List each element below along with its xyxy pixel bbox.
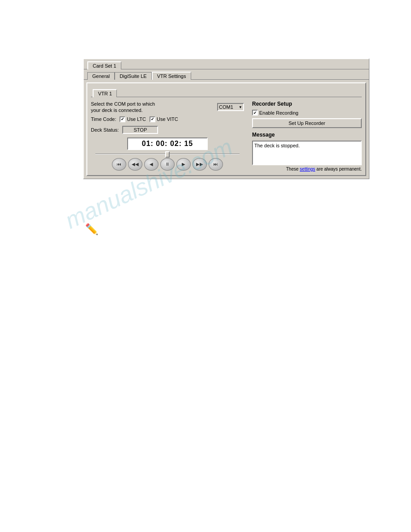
- tab-vtr-settings[interactable]: VTR Settings: [152, 72, 191, 80]
- hand-pen-icon: ✏️: [85, 223, 98, 236]
- card-set-tab-bar: Card Set 1: [84, 59, 369, 69]
- use-vitc-label: Use VITC: [157, 116, 178, 122]
- recorder-setup-title: Recorder Setup: [252, 101, 362, 107]
- com-port-label-line1: Select the COM port to which: [91, 101, 217, 107]
- vtr-tab-row: VTR 1: [91, 87, 362, 97]
- permanent-note: These settings are always permanent.: [252, 167, 362, 172]
- enable-recording-item: ✔ Enable Recording: [252, 110, 362, 116]
- com-port-label: Select the COM port to which your deck i…: [91, 101, 217, 114]
- message-title: Message: [252, 132, 362, 138]
- panel-body: Select the COM port to which your deck i…: [91, 101, 362, 172]
- card-set-tab[interactable]: Card Set 1: [87, 61, 121, 69]
- transport-controls: ⏮ ◀◀ ◀ ⏸ ▶ ▶▶ ⏭: [91, 158, 244, 171]
- forward-to-end-button[interactable]: ⏭: [209, 158, 223, 171]
- main-tabs-row: General DigiSuite LE VTR Settings: [84, 69, 369, 80]
- timecode-display: 01: 00: 02: 15: [127, 137, 208, 150]
- play-button[interactable]: ▶: [176, 158, 191, 171]
- tab-general[interactable]: General: [87, 72, 115, 80]
- enable-recording-checkbox[interactable]: ✔: [252, 110, 258, 116]
- recorder-setup-section: Recorder Setup ✔ Enable Recording Set Up…: [252, 101, 362, 128]
- deck-status-label: Deck Status:: [91, 127, 119, 133]
- use-ltc-checkbox-item: ✔ Use LTC: [120, 116, 146, 122]
- slider-track[interactable]: [95, 154, 240, 154]
- settings-link[interactable]: settings: [300, 167, 315, 172]
- deck-status-value: STOP: [122, 126, 158, 134]
- rewind-to-start-button[interactable]: ⏮: [112, 158, 126, 171]
- use-ltc-label: Use LTC: [127, 116, 146, 122]
- timecode-label: Time Code:: [91, 116, 116, 122]
- main-dialog: Card Set 1 General DigiSuite LE VTR Sett…: [83, 58, 369, 179]
- use-vitc-checkbox-item: ✔ Use VITC: [150, 116, 178, 122]
- fast-forward-button[interactable]: ▶▶: [193, 158, 207, 171]
- permanent-note-suffix: are always permanent.: [315, 167, 362, 172]
- tab-digisuite-le[interactable]: DigiSuite LE: [115, 72, 152, 80]
- pause-button[interactable]: ⏸: [160, 158, 175, 171]
- fast-rewind-button[interactable]: ◀◀: [128, 158, 142, 171]
- tab-vtr1[interactable]: VTR 1: [93, 89, 117, 97]
- enable-recording-label: Enable Recording: [259, 110, 298, 116]
- timecode-row: Time Code: ✔ Use LTC ✔ Use VITC: [91, 116, 244, 122]
- rewind-button[interactable]: ◀: [144, 158, 158, 171]
- message-box: The deck is stopped.: [252, 141, 362, 165]
- com-port-row: Select the COM port to which your deck i…: [91, 101, 244, 114]
- right-panel: Recorder Setup ✔ Enable Recording Set Up…: [252, 101, 362, 172]
- slider-container: [95, 154, 240, 154]
- message-section: Message The deck is stopped. These setti…: [252, 132, 362, 172]
- com-port-label-line2: your deck is connected.: [91, 107, 217, 113]
- vtr-settings-panel: VTR 1 Select the COM port to which your …: [86, 82, 366, 176]
- setup-recorder-button[interactable]: Set Up Recorder: [252, 118, 362, 128]
- permanent-note-prefix: These: [286, 167, 300, 172]
- com-port-arrow-icon: ▼: [238, 105, 242, 109]
- use-vitc-checkbox[interactable]: ✔: [150, 116, 155, 122]
- left-panel: Select the COM port to which your deck i…: [91, 101, 248, 172]
- com-port-select[interactable]: COM1 ▼: [217, 103, 244, 111]
- deck-status-row: Deck Status: STOP: [91, 126, 244, 134]
- slider-thumb[interactable]: [165, 151, 170, 158]
- com-port-value: COM1: [219, 104, 238, 110]
- use-ltc-checkbox[interactable]: ✔: [120, 116, 125, 122]
